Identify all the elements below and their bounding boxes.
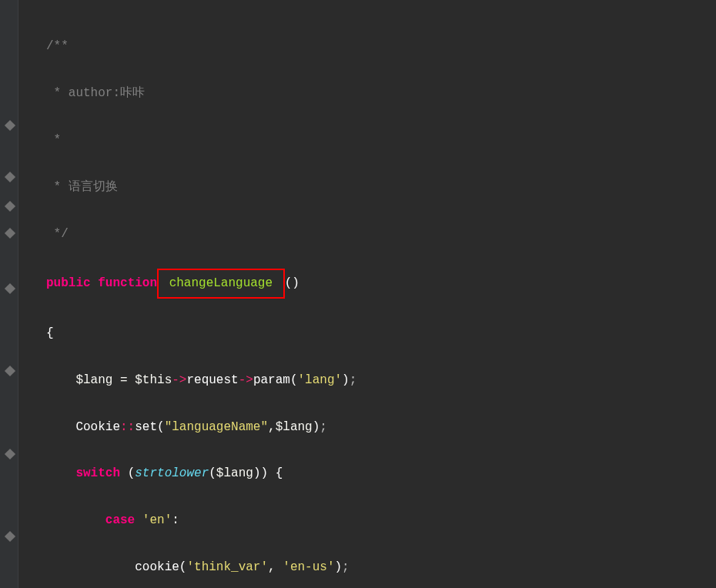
fold-marker-icon[interactable] bbox=[5, 531, 15, 542]
fold-marker-icon[interactable] bbox=[5, 366, 15, 376]
property: request bbox=[186, 373, 238, 387]
string-literal: 'en' bbox=[142, 513, 172, 527]
comment-text: /** bbox=[46, 39, 69, 53]
string-literal: "languageName" bbox=[165, 420, 268, 434]
variable: $lang bbox=[75, 373, 112, 387]
code-line: * 语言切换 bbox=[46, 175, 716, 199]
function-name-text: changeLanguage bbox=[162, 276, 280, 290]
paren-open: ( bbox=[128, 466, 136, 480]
fold-marker-icon[interactable] bbox=[5, 283, 15, 294]
colon: : bbox=[172, 513, 179, 527]
method: set bbox=[135, 420, 157, 434]
paren-close: ) bbox=[335, 560, 343, 574]
variable: $lang bbox=[276, 420, 313, 434]
paren-open: ( bbox=[290, 373, 298, 387]
arrow-operator: -> bbox=[172, 373, 186, 387]
equals: = bbox=[112, 373, 135, 387]
fold-marker-icon[interactable] bbox=[5, 120, 15, 131]
paren-open: ( bbox=[209, 466, 216, 480]
keyword-switch: switch bbox=[75, 466, 120, 480]
semicolon: ; bbox=[320, 420, 327, 434]
comment-text: */ bbox=[46, 227, 69, 241]
paren-close: ) bbox=[260, 466, 268, 480]
code-line: switch (strtolower($lang)) { bbox=[46, 462, 716, 485]
comment-text: * bbox=[46, 133, 61, 147]
comma: , bbox=[268, 420, 276, 434]
variable-this: $this bbox=[135, 373, 172, 387]
code-line: */ bbox=[46, 222, 716, 246]
fold-marker-icon[interactable] bbox=[5, 172, 15, 182]
class-name: Cookie bbox=[75, 420, 120, 434]
code-line: Cookie::set("languageName",$lang); bbox=[46, 416, 716, 439]
double-colon: :: bbox=[120, 420, 135, 434]
code-line: cookie('think_var', 'en-us'); bbox=[46, 556, 716, 579]
parens: () bbox=[285, 276, 299, 290]
fold-marker-icon[interactable] bbox=[5, 201, 15, 212]
semicolon: ; bbox=[350, 373, 357, 387]
editor-gutter bbox=[0, 0, 18, 588]
code-line: case 'en': bbox=[46, 509, 716, 532]
string-literal: 'lang' bbox=[298, 373, 343, 387]
code-line: /** bbox=[46, 35, 716, 58]
highlighted-function-name: changeLanguage bbox=[157, 269, 285, 298]
code-line: * author:咔咔 bbox=[46, 82, 716, 105]
semicolon: ; bbox=[342, 560, 350, 574]
keyword-case: case bbox=[105, 513, 135, 527]
code-editor-content[interactable]: /** * author:咔咔 * * 语言切换 */ public funct… bbox=[0, 0, 716, 588]
keyword-public: public bbox=[46, 276, 91, 290]
string-literal: 'think_var' bbox=[186, 560, 268, 574]
brace-open: { bbox=[46, 326, 54, 340]
fold-marker-icon[interactable] bbox=[5, 228, 15, 239]
code-line: { bbox=[46, 322, 716, 345]
arrow-operator: -> bbox=[239, 373, 253, 387]
brace-open: { bbox=[276, 466, 283, 480]
string-literal: 'en-us' bbox=[283, 560, 334, 574]
fold-marker-icon[interactable] bbox=[5, 449, 15, 459]
method: param bbox=[253, 373, 290, 387]
paren-open: ( bbox=[179, 560, 187, 574]
comment-text: * author:咔咔 bbox=[46, 86, 145, 100]
code-line: $lang = $this->request->param('lang'); bbox=[46, 369, 716, 392]
keyword-function: function bbox=[98, 276, 157, 290]
paren-close: ) bbox=[313, 420, 320, 434]
code-line: public function changeLanguage () bbox=[46, 269, 716, 298]
function-call: cookie bbox=[135, 560, 179, 574]
paren-open: ( bbox=[157, 420, 165, 434]
comment-text: * 语言切换 bbox=[46, 180, 118, 194]
paren-close: ) bbox=[342, 373, 350, 387]
variable: $lang bbox=[216, 466, 253, 480]
builtin-function: strtolower bbox=[135, 466, 209, 480]
code-line: * bbox=[46, 129, 716, 152]
comma: , bbox=[268, 560, 276, 574]
